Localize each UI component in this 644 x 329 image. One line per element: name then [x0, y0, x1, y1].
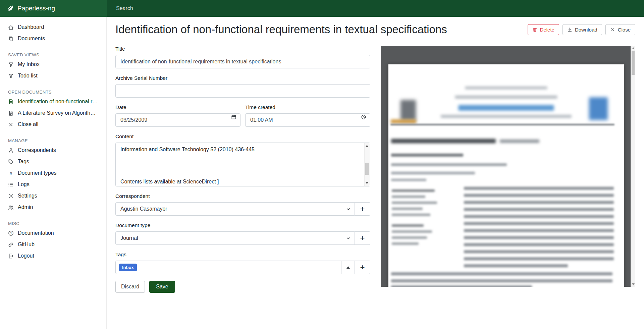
date-field-label: Date	[115, 104, 240, 110]
download-icon	[567, 27, 572, 32]
blurred-abstract-line	[464, 243, 614, 246]
blurred-line	[391, 179, 426, 181]
blurred-orange-banner	[391, 119, 416, 123]
scrollbar-up-arrow[interactable]	[632, 47, 635, 49]
sidebar-item-label: Dashboard	[18, 24, 44, 30]
correspondent-select[interactable]: Agustin Casamayor	[115, 202, 355, 216]
blurred-line	[392, 242, 419, 245]
chevron-down-icon	[346, 207, 351, 212]
page-title: Identification of non-functional require…	[115, 22, 447, 37]
content-field-label: Content	[115, 133, 370, 140]
add-correspondent-button[interactable]: +	[355, 202, 370, 216]
sidebar-item-my-inbox[interactable]: My Inbox	[0, 59, 106, 70]
scrollbar-down-arrow[interactable]	[366, 182, 368, 184]
sidebar-item-documentation[interactable]: ? Documentation	[0, 227, 106, 239]
sidebar-open-document-2[interactable]: A Literature Survey on Algorithms for Mu…	[0, 107, 106, 119]
sidebar-item-tags[interactable]: Tags	[0, 156, 106, 167]
sidebar-item-correspondents[interactable]: Correspondents	[0, 145, 106, 156]
add-document-type-button[interactable]: +	[355, 231, 370, 245]
blurred-authors	[391, 154, 463, 157]
add-tag-button[interactable]: +	[355, 261, 370, 274]
sidebar-item-document-types[interactable]: # Document types	[0, 167, 106, 179]
clock-icon[interactable]	[361, 114, 366, 120]
preview-page	[388, 64, 624, 287]
download-button[interactable]: Download	[562, 24, 602, 35]
sidebar-item-close-all[interactable]: Close all	[0, 119, 106, 130]
scrollbar-thumb[interactable]	[365, 163, 369, 175]
content-textarea[interactable]: Information and Software Technology 52 (…	[115, 143, 370, 186]
funnel-icon	[8, 73, 14, 79]
sidebar-item-label: Close all	[18, 121, 38, 127]
discard-button[interactable]: Discard	[115, 281, 145, 293]
sidebar-item-label: Todo list	[18, 73, 38, 79]
title-field-label: Title	[115, 46, 370, 52]
blurred-abstract-line	[464, 229, 614, 232]
blurred-line	[392, 236, 427, 239]
file-text-icon	[8, 110, 14, 116]
blurred-abstract-line	[464, 194, 614, 197]
content-scrollbar[interactable]	[364, 143, 370, 186]
calendar-icon[interactable]	[231, 114, 236, 120]
scrollbar-up-arrow[interactable]	[366, 145, 368, 147]
correspondent-selected-value: Agustin Casamayor	[120, 206, 167, 212]
tags-input[interactable]: Inbox	[115, 261, 341, 274]
app-brand[interactable]: Paperless-ng	[0, 0, 107, 17]
blurred-abstract-line	[464, 208, 614, 211]
search-bar	[107, 0, 644, 17]
sidebar: Dashboard Documents SAVED VIEWS My Inbox…	[0, 17, 107, 329]
sidebar-open-document-1[interactable]: Identification of non-functional require…	[0, 96, 106, 107]
sidebar-item-label: Logs	[18, 181, 30, 187]
blurred-line	[392, 189, 435, 192]
blurred-line	[391, 279, 612, 282]
sidebar-item-logout[interactable]: Logout	[0, 250, 106, 262]
sidebar-item-logs[interactable]: Logs	[0, 179, 106, 190]
sidebar-item-settings[interactable]: Settings	[0, 190, 106, 202]
sidebar-item-label: Documents	[18, 36, 45, 42]
top-navbar: Paperless-ng	[0, 0, 644, 17]
tag-badge-inbox[interactable]: Inbox	[119, 264, 137, 271]
document-type-field-label: Document type	[115, 222, 370, 228]
archive-serial-number-input[interactable]	[115, 84, 370, 98]
blurred-abstract-line	[464, 257, 614, 260]
blurred-elsevier-logo	[589, 97, 608, 120]
preview-scrollbar[interactable]	[631, 46, 635, 287]
leaf-logo-icon	[7, 5, 14, 12]
asn-field-label: Archive Serial Number	[115, 75, 370, 81]
sidebar-item-admin[interactable]: Admin	[0, 202, 106, 213]
sidebar-item-label: A Literature Survey on Algorithms for Mu…	[18, 110, 98, 116]
section-title-open-documents: OPEN DOCUMENTS	[0, 88, 106, 96]
link-icon	[8, 242, 14, 248]
title-input[interactable]	[115, 55, 370, 68]
search-input[interactable]	[107, 0, 644, 17]
delete-button[interactable]: Delete	[528, 24, 559, 35]
scrollbar-down-arrow[interactable]	[632, 283, 635, 285]
section-title-manage: MANAGE	[0, 136, 106, 145]
close-button[interactable]: Close	[605, 24, 635, 35]
download-button-label: Download	[575, 27, 597, 33]
save-button[interactable]: Save	[149, 281, 175, 293]
blurred-line	[391, 163, 507, 166]
scrollbar-thumb[interactable]	[632, 51, 635, 75]
sidebar-item-dashboard[interactable]: Dashboard	[0, 21, 106, 33]
sidebar-item-github[interactable]: GitHub	[0, 239, 106, 250]
document-header: Identification of non-functional require…	[115, 22, 635, 37]
close-button-label: Close	[618, 27, 631, 33]
date-input[interactable]	[115, 113, 240, 127]
time-created-input[interactable]	[245, 113, 370, 127]
list-icon	[8, 182, 14, 187]
blurred-line	[392, 214, 430, 216]
blurred-abstract-line	[464, 215, 614, 218]
section-title-misc: MISC	[0, 219, 106, 227]
sidebar-item-documents[interactable]: Documents	[0, 33, 106, 44]
sidebar-item-label: Admin	[18, 204, 33, 210]
blurred-title	[391, 139, 496, 143]
document-type-select[interactable]: Journal	[115, 231, 355, 245]
blurred-abstract-line	[464, 264, 568, 267]
close-icon	[610, 27, 615, 32]
main-content: Identification of non-functional require…	[107, 17, 644, 329]
correspondent-field-label: Correspondent	[115, 193, 370, 199]
logout-icon	[8, 253, 14, 259]
tags-dropdown-toggle[interactable]	[341, 261, 355, 274]
blurred-abstract-line	[464, 250, 614, 253]
sidebar-item-todo-list[interactable]: Todo list	[0, 70, 106, 81]
